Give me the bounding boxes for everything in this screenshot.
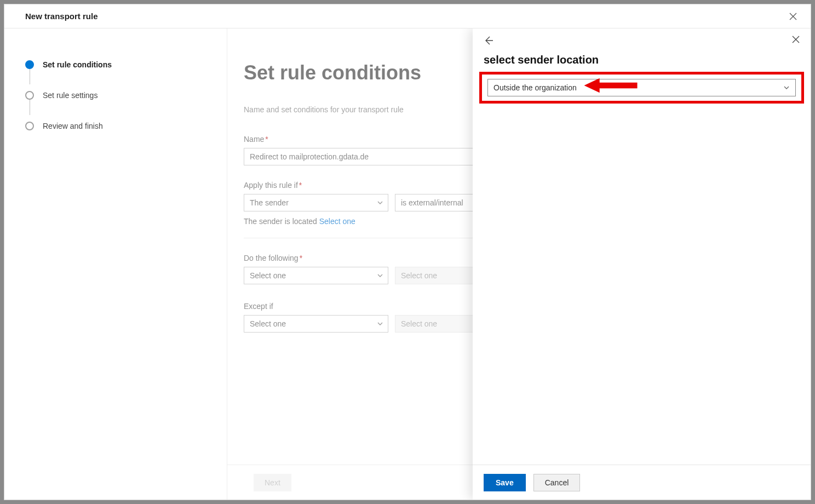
chevron-down-icon [377, 272, 383, 279]
flyout-title: select sender location [473, 46, 811, 72]
sender-location-dropdown[interactable]: Outside the organization [487, 79, 796, 96]
step-bullet-icon [25, 91, 34, 100]
step-label: Set rule conditions [43, 60, 112, 69]
apply-if-sender-dropdown[interactable]: The sender [244, 194, 388, 211]
flyout-body: Outside the organization [473, 72, 811, 465]
window-body: Set rule conditions Set rule settings Re… [4, 28, 811, 500]
step-settings[interactable]: Set rule settings [25, 80, 227, 111]
chevron-down-icon [783, 84, 790, 91]
wizard-sidebar: Set rule conditions Set rule settings Re… [4, 28, 227, 500]
close-icon [792, 36, 800, 43]
except-if-condition-dropdown[interactable]: Select one [244, 315, 388, 333]
flyout-header [473, 28, 811, 46]
close-icon [789, 13, 797, 20]
flyout-close-button[interactable] [792, 36, 803, 47]
save-button[interactable]: Save [484, 474, 526, 491]
select-sender-location-panel: select sender location Outside the organ… [473, 28, 811, 500]
cancel-button[interactable]: Cancel [533, 474, 581, 491]
flyout-footer: Save Cancel [473, 465, 811, 500]
back-arrow-icon [484, 36, 493, 45]
step-review[interactable]: Review and finish [25, 111, 227, 141]
back-button[interactable] [484, 36, 495, 47]
chevron-down-icon [377, 199, 383, 206]
step-label: Review and finish [43, 122, 103, 130]
annotation-highlight: Outside the organization [479, 72, 804, 104]
transport-rule-window: New transport rule Set rule conditions S… [4, 4, 811, 500]
window-title: New transport rule [25, 12, 787, 21]
step-label: Set rule settings [43, 91, 97, 100]
select-one-link[interactable]: Select one [319, 217, 355, 226]
chevron-down-icon [377, 320, 383, 327]
close-button[interactable] [787, 10, 800, 23]
step-bullet-icon [25, 60, 34, 69]
window-header: New transport rule [4, 4, 811, 28]
sender-location-value: Outside the organization [493, 83, 783, 92]
step-conditions[interactable]: Set rule conditions [25, 49, 227, 80]
do-following-action-dropdown[interactable]: Select one [244, 267, 388, 284]
next-button: Next [254, 474, 291, 491]
step-bullet-icon [25, 122, 34, 130]
